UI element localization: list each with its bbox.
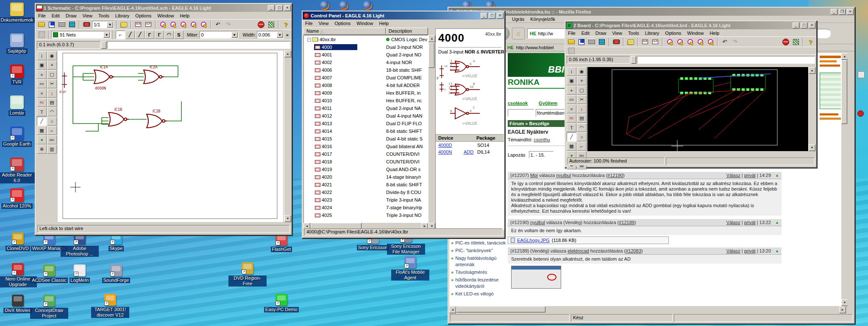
menu-help[interactable]: Help — [709, 31, 719, 36]
tree-row-device[interactable]: 4022Divide-by 8 COU — [304, 188, 428, 196]
post-link[interactable]: #12083 — [626, 248, 641, 253]
tree-row-device[interactable]: 4013Dual D FLIP FLO — [304, 120, 428, 127]
menu-file[interactable]: File — [568, 31, 576, 36]
grid-button[interactable] — [37, 31, 46, 39]
display-layers-icon[interactable]: ▣ — [567, 76, 576, 85]
menu-konyvjelzok[interactable]: Könyvjelzők — [530, 17, 555, 22]
desktop-icon[interactable]: TARGET 3001! discover V12 — [91, 294, 130, 318]
mesh-button[interactable] — [267, 20, 276, 29]
description-column-header[interactable]: Description — [386, 28, 428, 35]
pinswap-icon[interactable]: ↕ — [47, 89, 57, 98]
zoomfit-button[interactable] — [665, 38, 674, 46]
zoomfit-button[interactable] — [158, 20, 167, 29]
command-input[interactable] — [637, 56, 815, 64]
command-input[interactable] — [107, 41, 290, 49]
wire-bend-button[interactable]: Γ — [145, 31, 154, 39]
post-link[interactable]: elektrocad — [568, 248, 589, 253]
cut-icon[interactable]: ✂ — [577, 95, 587, 104]
add-link[interactable]: ADD — [464, 149, 477, 155]
desktop-icon-alcohol[interactable]: Alcohol 120% — [0, 188, 36, 209]
topic-link[interactable]: PIC-es ötletek, tanácsok — [455, 240, 506, 246]
desktop-icon-globe[interactable]: Google Earth — [0, 126, 36, 147]
schematic-vscrollbar[interactable]: ▲ ▼ — [284, 51, 291, 222]
menu-view[interactable]: View — [82, 13, 92, 18]
tree-row-device[interactable]: 4015Dual 4-bit static S — [304, 135, 428, 143]
tree-row-device[interactable]: 402014-stage binary/r — [304, 173, 428, 181]
command-grip[interactable] — [101, 41, 106, 49]
save-button[interactable] — [577, 38, 586, 46]
scroll-up-arrow[interactable]: ▲ — [284, 51, 291, 57]
zoomin-button[interactable] — [168, 20, 178, 29]
post-image-thumbnail[interactable] — [511, 266, 561, 289]
tree-row-library[interactable]: −40xx.lbrCMOS Logic Dev — [304, 36, 428, 43]
maximize-button[interactable]: □ — [489, 13, 495, 19]
device-variant-link[interactable]: 4000D — [438, 143, 464, 148]
miter-combo[interactable]: 0▼ — [200, 31, 239, 39]
tree-row-device[interactable]: 4012Dual 4-input NAN — [304, 112, 428, 120]
tree-row-device[interactable]: 400618-bit static SHIF — [304, 66, 428, 74]
menu-options[interactable]: Options — [135, 13, 151, 18]
tree-row-device[interactable]: 4023Triple 3-input NA — [304, 196, 428, 204]
layer-combo[interactable]: 91 Nets ▼ — [51, 31, 111, 39]
toolbar-overflow-button[interactable]: » — [286, 32, 289, 37]
eye-icon[interactable]: ◉ — [577, 67, 587, 76]
cut-icon[interactable]: ✂ — [47, 79, 57, 88]
post-link[interactable]: nyulbul — [530, 220, 545, 225]
expander-icon[interactable]: − — [307, 38, 311, 42]
tree-row-device[interactable]: 4016Quad bilateral AN — [304, 143, 428, 150]
device-variant-link[interactable]: 4000N — [438, 149, 464, 155]
stop-button[interactable] — [781, 38, 790, 46]
library-tree[interactable]: −40xx.lbrCMOS Logic Dev4000Dual 3-input … — [303, 35, 428, 223]
desktop-icon[interactable]: Adobe Photoshop ... — [60, 233, 99, 257]
info-icon[interactable]: i — [37, 51, 47, 60]
desktop-icon[interactable]: LogMeIn — [60, 264, 99, 283]
board-titlebar[interactable]: 2 Board - C:\Program Files\EAGLE-4.16\un… — [565, 21, 816, 29]
stop-button[interactable] — [256, 20, 266, 29]
width-combo[interactable]: 0.006▼ — [257, 31, 284, 39]
zoomsel-button[interactable] — [696, 38, 705, 46]
close-button[interactable]: × — [809, 22, 815, 28]
wire-bend-button[interactable]: ╱ — [125, 31, 135, 39]
scroll-left-arrow[interactable]: ◄ — [449, 306, 456, 313]
redo-button[interactable] — [730, 38, 740, 46]
display-layers-icon[interactable]: ▣ — [37, 61, 47, 70]
wire-bend-button[interactable]: ╱ — [135, 31, 145, 39]
sidebar-topic-item[interactable]: »hűtőborda leszedése videókártyáról — [451, 277, 507, 289]
mesh-button[interactable] — [791, 38, 801, 46]
post-link[interactable]: nyulbul — [556, 173, 571, 178]
post-link[interactable]: Válasz — [726, 220, 740, 225]
scroll-thumb[interactable] — [841, 60, 847, 124]
topic-link[interactable]: Nagy hatótávolságú antennák — [455, 255, 507, 268]
zoom-icon[interactable]: ⊕ — [37, 145, 47, 154]
smash-icon[interactable]: ▤ — [577, 114, 587, 123]
menu-help[interactable]: Help — [180, 13, 189, 18]
ulp-button[interactable] — [144, 20, 153, 29]
scr-button[interactable] — [640, 38, 650, 46]
value-icon[interactable]: R2 — [567, 114, 576, 123]
topic-link[interactable]: hűtőborda leszedése videókártyáról — [455, 277, 507, 289]
circle-icon[interactable]: ○ — [577, 132, 587, 141]
sidebar-topic-item[interactable]: »PIC-es ötletek, tanácsok — [451, 240, 507, 246]
post-link[interactable]: privát — [744, 173, 756, 178]
lib-button[interactable] — [119, 20, 128, 29]
desktop-icon[interactable]: SoundForge — [97, 264, 136, 283]
tree-row-device[interactable]: 4019Quad AND-OR s — [304, 166, 428, 173]
minimize-button[interactable]: _ — [481, 13, 487, 19]
move-icon[interactable]: + — [567, 86, 576, 95]
home-button[interactable]: ⌂ — [512, 28, 525, 39]
firefox-shortcut-icon[interactable] — [363, 1, 372, 10]
rect-icon[interactable]: ▦ — [567, 142, 576, 151]
tree-row-device[interactable]: 4007Dual COMPLIME — [304, 74, 428, 82]
menu-window[interactable]: Window — [356, 21, 373, 26]
nav-link-gyujtemeny[interactable]: Gyűjtem — [539, 101, 557, 106]
menu-library[interactable]: Library — [645, 31, 659, 36]
vote-up-icon[interactable]: ▲ — [775, 249, 779, 253]
menu-file[interactable]: File — [305, 21, 313, 26]
tree-row-device[interactable]: 4018COUNTER/DIVI — [304, 158, 428, 166]
delete-icon[interactable]: × — [567, 104, 576, 113]
mark-icon[interactable]: ⌖ — [577, 76, 587, 85]
wire-icon[interactable]: ╱ — [37, 117, 47, 126]
desktop-icon[interactable]: ConceptDraw Project — [30, 295, 69, 319]
circle-icon[interactable]: ○ — [47, 117, 57, 126]
menu-options[interactable]: Options — [334, 21, 351, 26]
